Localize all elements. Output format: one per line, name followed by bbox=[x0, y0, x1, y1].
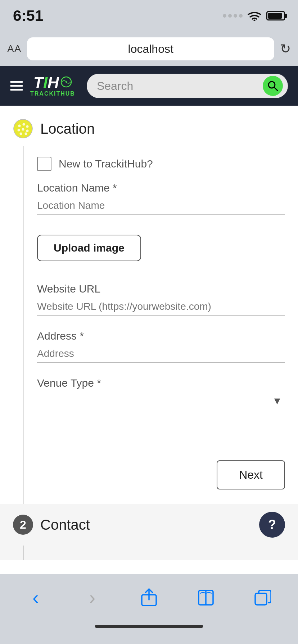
svg-point-9 bbox=[26, 125, 29, 128]
battery-icon bbox=[266, 11, 285, 20]
location-form: New to TrackitHub? Location Name * Uploa… bbox=[23, 146, 298, 504]
status-icons bbox=[223, 11, 285, 21]
svg-point-11 bbox=[22, 128, 24, 131]
address-field: Address * bbox=[37, 330, 285, 363]
svg-point-7 bbox=[18, 125, 21, 127]
svg-point-14 bbox=[25, 133, 27, 135]
svg-point-0 bbox=[254, 20, 256, 21]
back-button[interactable]: ‹ bbox=[21, 583, 50, 612]
location-name-label: Location Name * bbox=[37, 182, 285, 194]
location-name-field: Location Name * bbox=[37, 182, 285, 215]
venue-type-select-wrapper: Indoor Outdoor Mixed ▼ bbox=[37, 392, 285, 410]
location-section-icon bbox=[13, 119, 33, 139]
bottom-nav-container: ‹ › bbox=[0, 574, 298, 628]
section-divider-line bbox=[23, 146, 24, 504]
contact-section-header: 2 Contact ? bbox=[0, 504, 298, 546]
home-indicator bbox=[95, 625, 203, 628]
signal-dots-icon bbox=[223, 14, 243, 18]
next-button[interactable]: Next bbox=[217, 460, 285, 489]
contact-section-number: 2 bbox=[13, 515, 33, 535]
svg-point-13 bbox=[20, 133, 22, 135]
contact-section-title: Contact bbox=[40, 517, 90, 533]
share-button[interactable] bbox=[135, 583, 163, 612]
location-section-header: Location bbox=[0, 106, 298, 146]
share-icon bbox=[140, 588, 158, 607]
venue-type-select[interactable]: Indoor Outdoor Mixed bbox=[37, 392, 285, 410]
app-header: TIH TRACKITHUB Search bbox=[0, 66, 298, 106]
pickleball-icon bbox=[13, 119, 33, 139]
search-placeholder-text: Search bbox=[97, 79, 260, 93]
upload-image-container: Upload image bbox=[37, 229, 285, 268]
home-indicator-container bbox=[0, 621, 298, 628]
new-to-trackithub-label: New to TrackitHub? bbox=[59, 158, 153, 170]
browser-reload-button[interactable]: ↻ bbox=[280, 41, 291, 56]
logo-tih-text: TIH bbox=[33, 75, 59, 91]
browser-url-text: localhost bbox=[128, 42, 173, 56]
forward-button[interactable]: › bbox=[78, 583, 107, 612]
help-button[interactable]: ? bbox=[259, 512, 285, 538]
book-icon bbox=[197, 589, 215, 606]
search-icon bbox=[267, 80, 279, 92]
venue-type-field: Venue Type * Indoor Outdoor Mixed ▼ bbox=[37, 377, 285, 410]
main-content: Location New to TrackitHub? Location Nam… bbox=[0, 106, 298, 574]
browser-url-bar[interactable]: localhost bbox=[27, 37, 274, 60]
search-button[interactable] bbox=[263, 76, 283, 96]
address-input[interactable] bbox=[37, 345, 285, 363]
website-url-field: Website URL bbox=[37, 283, 285, 316]
help-icon: ? bbox=[268, 517, 276, 532]
new-to-trackithub-row: New to TrackitHub? bbox=[37, 150, 285, 182]
bottom-nav-bar: ‹ › bbox=[0, 574, 298, 621]
website-url-input[interactable] bbox=[37, 298, 285, 316]
website-url-label: Website URL bbox=[37, 283, 285, 295]
location-name-input[interactable] bbox=[37, 197, 285, 215]
contact-section-divider bbox=[23, 546, 298, 560]
wifi-icon bbox=[248, 11, 261, 21]
new-to-trackithub-checkbox[interactable] bbox=[37, 157, 51, 171]
contact-section: 2 Contact ? bbox=[0, 504, 298, 560]
spacer bbox=[37, 424, 285, 446]
bookmark-button[interactable] bbox=[191, 583, 220, 612]
hamburger-menu-button[interactable] bbox=[10, 81, 23, 91]
browser-aa-button[interactable]: AA bbox=[7, 43, 21, 55]
svg-line-4 bbox=[274, 87, 277, 91]
tabs-icon bbox=[254, 589, 271, 606]
svg-point-10 bbox=[18, 129, 20, 132]
status-bar: 6:51 bbox=[0, 0, 298, 32]
svg-rect-19 bbox=[255, 593, 267, 605]
svg-point-12 bbox=[26, 130, 29, 132]
address-label: Address * bbox=[37, 330, 285, 342]
svg-point-2 bbox=[66, 81, 67, 83]
browser-bar: AA localhost ↻ bbox=[0, 32, 298, 66]
status-time: 6:51 bbox=[13, 7, 43, 24]
upload-image-button[interactable]: Upload image bbox=[37, 235, 141, 261]
forward-icon: › bbox=[89, 587, 95, 608]
logo-subtitle-text: TRACKITHUB bbox=[30, 91, 75, 97]
tabs-button[interactable] bbox=[248, 583, 277, 612]
venue-type-label: Venue Type * bbox=[37, 377, 285, 389]
logo-ball-icon bbox=[60, 76, 72, 88]
logo: TIH TRACKITHUB bbox=[30, 75, 75, 97]
svg-point-8 bbox=[23, 123, 25, 126]
location-section-title: Location bbox=[40, 121, 95, 137]
next-button-row: Next bbox=[37, 446, 285, 497]
back-icon: ‹ bbox=[32, 587, 39, 608]
search-bar[interactable]: Search bbox=[87, 74, 288, 98]
